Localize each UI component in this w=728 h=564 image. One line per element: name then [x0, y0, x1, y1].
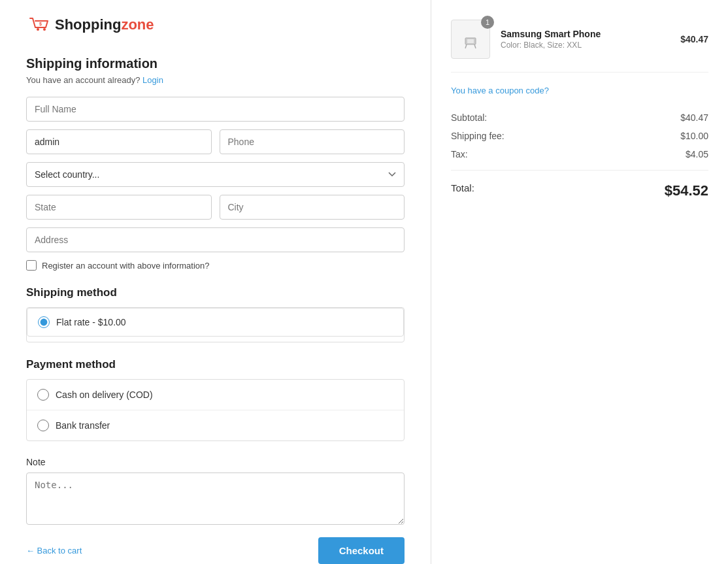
- full-name-input[interactable]: [26, 97, 405, 122]
- full-name-row: [26, 97, 405, 122]
- svg-text:$: $: [39, 22, 42, 27]
- phone-input[interactable]: [220, 129, 405, 154]
- email-phone-row: [26, 129, 405, 154]
- country-group: Select country... United States United K…: [26, 162, 405, 187]
- shipping-fee-label: Shipping fee:: [451, 131, 505, 141]
- payment-method-container: Cash on delivery (COD) Bank transfer: [26, 379, 405, 441]
- product-thumbnail: [460, 29, 481, 50]
- login-hint: You have an account already? Login: [26, 75, 405, 85]
- coupon-link[interactable]: You have a coupon code?: [451, 86, 708, 95]
- cod-option[interactable]: Cash on delivery (COD): [27, 380, 404, 410]
- shipping-method-title: Shipping method: [26, 286, 405, 299]
- country-row: Select country... United States United K…: [26, 162, 405, 187]
- tax-label: Tax:: [451, 149, 468, 159]
- logo: $ Shoppingzone: [26, 13, 405, 37]
- address-group: [26, 227, 405, 252]
- shipping-method-container: Flat rate - $10.00: [26, 307, 405, 342]
- shipping-fee-value: $10.00: [680, 131, 708, 141]
- tax-value: $4.05: [686, 149, 708, 159]
- total-label: Total:: [451, 182, 474, 199]
- email-input[interactable]: [26, 129, 212, 154]
- register-checkbox[interactable]: [26, 260, 37, 271]
- flat-rate-radio[interactable]: [38, 316, 50, 328]
- tax-row: Tax: $4.05: [451, 145, 708, 163]
- cart-icon: $: [26, 13, 55, 37]
- total-value: $54.52: [665, 182, 708, 199]
- product-info: Samsung Smart Phone Color: Black, Size: …: [501, 29, 670, 50]
- right-panel: 1 Samsung Smart Phone Color: Black, Size…: [431, 0, 728, 564]
- bank-transfer-label: Bank transfer: [56, 420, 110, 431]
- product-quantity-badge: 1: [481, 16, 494, 29]
- state-input[interactable]: [26, 195, 212, 220]
- note-textarea[interactable]: [26, 473, 405, 525]
- address-row: [26, 227, 405, 252]
- note-label: Note: [26, 457, 405, 467]
- totals-divider: [451, 170, 708, 171]
- shipping-info-title: Shipping information: [26, 56, 405, 71]
- svg-line-6: [474, 44, 476, 48]
- phone-group: [220, 129, 405, 154]
- svg-point-2: [43, 28, 46, 31]
- subtotal-value: $40.47: [680, 112, 708, 123]
- subtotal-label: Subtotal:: [451, 112, 487, 123]
- back-to-cart-link[interactable]: ← Back to cart: [26, 546, 82, 556]
- city-input[interactable]: [220, 195, 405, 220]
- bottom-bar: ← Back to cart Checkout: [26, 537, 405, 564]
- svg-rect-7: [467, 39, 474, 43]
- state-city-row: [26, 195, 405, 220]
- full-name-group: [26, 97, 405, 122]
- left-panel: $ Shoppingzone Shipping information You …: [0, 0, 431, 564]
- product-image-wrap: 1: [451, 20, 490, 59]
- register-row: Register an account with above informati…: [26, 260, 405, 271]
- city-group: [220, 195, 405, 220]
- bank-transfer-radio[interactable]: [37, 420, 49, 431]
- payment-method-title: Payment method: [26, 358, 405, 371]
- cod-label: Cash on delivery (COD): [56, 390, 153, 400]
- product-price: $40.47: [680, 34, 708, 44]
- cod-radio[interactable]: [37, 389, 49, 401]
- subtotal-row: Subtotal: $40.47: [451, 108, 708, 127]
- order-item: 1 Samsung Smart Phone Color: Black, Size…: [451, 20, 708, 73]
- logo-text: Shoppingzone: [55, 16, 154, 33]
- country-select[interactable]: Select country... United States United K…: [26, 162, 405, 187]
- total-row: Total: $54.52: [451, 177, 708, 205]
- product-name: Samsung Smart Phone: [501, 29, 670, 39]
- bank-transfer-option[interactable]: Bank transfer: [27, 410, 404, 440]
- flat-rate-label: Flat rate - $10.00: [56, 317, 126, 327]
- address-input[interactable]: [26, 227, 405, 252]
- email-group: [26, 129, 212, 154]
- shipping-fee-row: Shipping fee: $10.00: [451, 127, 708, 145]
- svg-point-1: [37, 28, 39, 31]
- checkout-button[interactable]: Checkout: [318, 537, 405, 564]
- state-group: [26, 195, 212, 220]
- svg-line-5: [465, 44, 467, 48]
- login-link[interactable]: Login: [142, 75, 163, 85]
- totals-table: Subtotal: $40.47 Shipping fee: $10.00 Ta…: [451, 108, 708, 205]
- register-label[interactable]: Register an account with above informati…: [42, 261, 210, 271]
- product-meta: Color: Black, Size: XXL: [501, 41, 670, 50]
- flat-rate-option[interactable]: Flat rate - $10.00: [27, 308, 404, 337]
